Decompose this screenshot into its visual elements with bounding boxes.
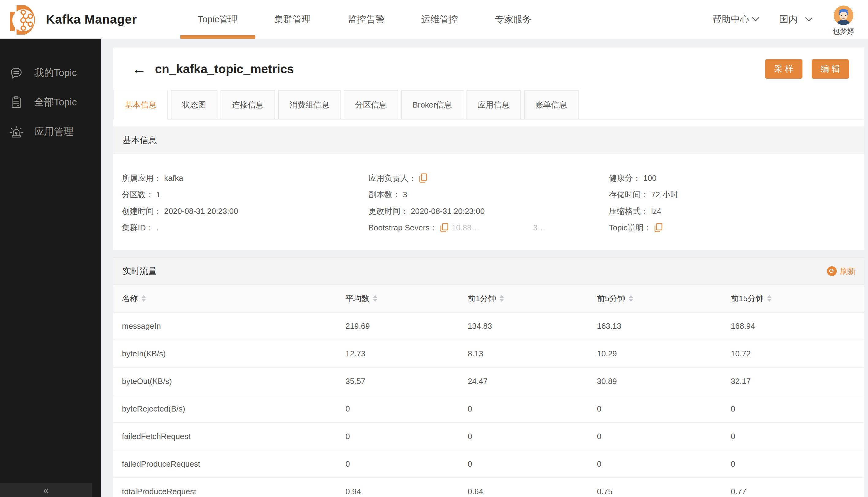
sort-icon xyxy=(629,295,633,302)
column-header-last-1min[interactable]: 前1分钟 xyxy=(468,293,597,304)
column-header-average[interactable]: 平均数 xyxy=(346,293,468,304)
field-partition-count: 分区数： 1 xyxy=(122,186,368,203)
table-row: failedProduceRequest 0 0 0 0 xyxy=(113,451,864,478)
clipboard-icon xyxy=(9,95,23,109)
column-header-last-15min[interactable]: 前15分钟 xyxy=(731,293,855,304)
page-title: cn_kafka_topic_metrics xyxy=(155,62,294,76)
top-navigation: Topic管理 集群管理 监控告警 运维管控 专家服务 xyxy=(179,0,550,39)
bootstrap-servers-value: 10.88… xyxy=(451,223,479,232)
field-cluster-id: 集群ID： . xyxy=(122,219,368,236)
sidebar: 我的Topic 全部Topic xyxy=(0,39,101,497)
sort-icon xyxy=(500,295,504,302)
tab-basic-info[interactable]: 基本信息 xyxy=(113,90,168,119)
sort-icon xyxy=(373,295,377,302)
field-bootstrap-servers: Bootstrap Severs： 10.88… 3… xyxy=(368,219,609,236)
sidebar-item-all-topic[interactable]: 全部Topic xyxy=(0,88,101,117)
sidebar-item-my-topic[interactable]: 我的Topic xyxy=(0,58,101,88)
field-retention-time: 存储时间： 72 小时 xyxy=(609,186,855,203)
siren-icon xyxy=(9,125,23,139)
table-row: totalProduceRequest 0.94 0.64 0.75 0.77 xyxy=(113,478,864,497)
table-row: byteRejected(B/s) 0 0 0 0 xyxy=(113,395,864,423)
field-create-time: 创建时间： 2020-08-31 20:23:00 xyxy=(122,203,368,219)
tab-connection-info[interactable]: 连接信息 xyxy=(220,90,275,119)
chat-icon xyxy=(9,66,23,80)
copy-icon[interactable] xyxy=(440,223,448,232)
chevron-down-icon xyxy=(752,17,760,22)
table-row: byteIn(KB/s) 12.73 8.13 10.29 10.72 xyxy=(113,340,864,368)
nav-cluster-management[interactable]: 集群管理 xyxy=(256,0,330,39)
detail-tabs: 基本信息 状态图 连接信息 消费组信息 分区信息 Broker信息 应用信息 账… xyxy=(113,90,864,119)
table-row: byteOut(KB/s) 35.57 24.47 30.89 32.17 xyxy=(113,368,864,395)
refresh-icon: ⟳ xyxy=(827,266,837,276)
nav-topic-management[interactable]: Topic管理 xyxy=(179,0,256,39)
realtime-table-header: 名称 平均数 前1分钟 前5分钟 前15分钟 xyxy=(113,285,864,313)
column-header-last-5min[interactable]: 前5分钟 xyxy=(597,293,731,304)
field-health-score: 健康分： 100 xyxy=(609,170,855,186)
nav-monitor-alert[interactable]: 监控告警 xyxy=(330,0,403,39)
tab-partition-info[interactable]: 分区信息 xyxy=(344,90,398,119)
copy-icon[interactable] xyxy=(654,223,663,232)
sample-button[interactable]: 采 样 xyxy=(765,59,802,79)
collapse-icon: « xyxy=(43,484,49,496)
sidebar-item-app-management[interactable]: 应用管理 xyxy=(0,117,101,146)
field-topic-description: Topic说明： xyxy=(609,219,855,236)
field-modify-time: 更改时间： 2020-08-31 20:23:00 xyxy=(368,203,609,219)
basic-info-section-header: 基本信息 xyxy=(113,127,864,154)
sort-icon xyxy=(142,295,146,302)
avatar xyxy=(834,5,853,25)
help-center-menu[interactable]: 帮助中心 xyxy=(712,13,760,26)
nav-expert-service[interactable]: 专家服务 xyxy=(477,0,550,39)
tab-consumer-group-info[interactable]: 消费组信息 xyxy=(278,90,341,119)
app-header: Kafka Manager Topic管理 集群管理 监控告警 运维管控 专家服… xyxy=(0,0,868,39)
brand: Kafka Manager xyxy=(8,3,137,35)
field-compression-format: 压缩格式： lz4 xyxy=(609,203,855,219)
copy-icon[interactable] xyxy=(419,173,427,183)
realtime-section-header: 实时流量 ⟳ 刷新 xyxy=(113,257,864,285)
nav-ops-control[interactable]: 运维管控 xyxy=(403,0,477,39)
tab-status-chart[interactable]: 状态图 xyxy=(171,90,217,119)
refresh-button[interactable]: ⟳ 刷新 xyxy=(827,266,856,277)
kafka-manager-logo-icon xyxy=(8,3,39,35)
field-app-owner: 应用负责人： xyxy=(368,170,609,186)
back-arrow-icon[interactable]: ← xyxy=(132,62,146,76)
table-row: messageIn 219.69 134.83 163.13 168.94 xyxy=(113,313,864,340)
app-title: Kafka Manager xyxy=(46,13,137,26)
tab-bill-info[interactable]: 账单信息 xyxy=(524,90,579,119)
sort-icon xyxy=(767,295,771,302)
field-replica-count: 副本数： 3 xyxy=(368,186,609,203)
tab-broker-info[interactable]: Broker信息 xyxy=(401,90,463,119)
tab-app-info[interactable]: 应用信息 xyxy=(466,90,521,119)
page-title-row: ← cn_kafka_topic_metrics 采 样 编 辑 xyxy=(113,47,864,90)
basic-info-fields: 所属应用： kafka 应用负责人： 健康分： 100 分区数： 1 副本数： xyxy=(113,154,864,236)
header-right: 帮助中心 国内 包梦婷 xyxy=(712,2,855,36)
bootstrap-servers-value-tail: 3… xyxy=(533,223,546,232)
username: 包梦婷 xyxy=(833,26,855,36)
table-row: failedFetchRequest 0 0 0 0 xyxy=(113,423,864,451)
main-content: ← cn_kafka_topic_metrics 采 样 编 辑 基本信息 状态… xyxy=(101,39,868,497)
sidebar-collapse-button[interactable]: « xyxy=(0,483,92,497)
user-profile[interactable]: 包梦婷 xyxy=(833,5,855,36)
chevron-down-icon xyxy=(805,17,813,22)
region-selector[interactable]: 国内 xyxy=(779,13,813,26)
column-header-name[interactable]: 名称 xyxy=(122,293,346,304)
edit-button[interactable]: 编 辑 xyxy=(812,59,849,79)
field-owner-app: 所属应用： kafka xyxy=(122,170,368,186)
